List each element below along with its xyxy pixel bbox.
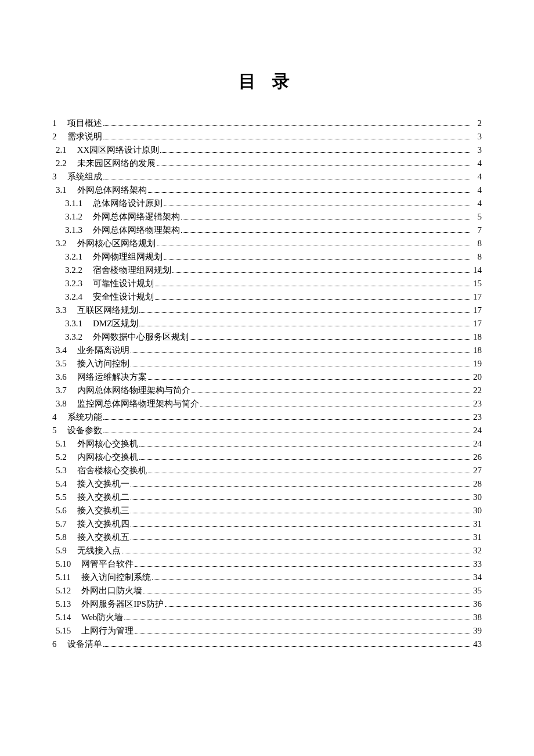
toc-leader-dots: [172, 272, 470, 273]
toc-leader-dots: [131, 499, 470, 500]
toc-leader-dots: [103, 433, 471, 433]
toc-entry: 3.2.2宿舍楼物理组网规划14: [52, 264, 482, 277]
toc-entry-number: 2.2: [56, 157, 67, 170]
toc-entry: 3.5接入访问控制19: [52, 357, 482, 370]
toc-entry-page: 26: [471, 451, 482, 463]
toc-leader-dots: [164, 259, 470, 260]
toc-entry-page: 43: [471, 638, 482, 650]
toc-entry-number: 5.10: [56, 558, 71, 570]
toc-leader-dots: [124, 620, 470, 620]
toc-entry-page: 31: [471, 531, 482, 543]
toc-entry-page: 4: [471, 171, 482, 183]
toc-entry-label: 可靠性设计规划: [93, 278, 154, 290]
toc-leader-dots: [181, 232, 470, 233]
toc-entry-page: 30: [471, 505, 482, 517]
toc-entry: 3系统组成4: [52, 170, 482, 183]
toc-entry-number: 5.4: [56, 478, 67, 490]
toc-entry-number: 5.15: [56, 625, 71, 637]
toc-leader-dots: [164, 206, 470, 206]
toc-entry-label: 接入交换机二: [77, 491, 129, 503]
toc-entry: 3.3互联区网络规划17: [52, 304, 482, 317]
toc-entry-label: 安全性设计规划: [93, 291, 154, 303]
toc-entry: 5.15上网行为管理39: [52, 624, 482, 638]
toc-entry-number: 3: [52, 171, 57, 183]
toc-entry-page: 19: [471, 358, 482, 370]
toc-entry-label: XX园区网络设计原则: [77, 144, 160, 156]
toc-leader-dots: [160, 152, 470, 153]
toc-entry-number: 5.6: [56, 505, 67, 517]
toc-entry: 3.2外网核心区网络规划8: [52, 237, 482, 250]
toc-entry-page: 17: [471, 304, 482, 316]
toc-leader-dots: [143, 593, 470, 593]
toc-leader-dots: [131, 486, 470, 487]
toc-entry-page: 8: [471, 237, 482, 250]
toc-leader-dots: [190, 339, 470, 340]
toc-entry-page: 4: [471, 184, 482, 196]
toc-entry-number: 3.8: [56, 398, 67, 410]
toc-entry-number: 5.9: [56, 545, 67, 557]
toc-leader-dots: [131, 352, 470, 353]
toc-entry-label: 设备清单: [67, 638, 102, 650]
toc-leader-dots: [165, 606, 470, 607]
toc-entry-page: 3: [471, 131, 482, 143]
toc-entry: 1项目概述2: [52, 117, 482, 130]
toc-entry: 5.2内网核心交换机26: [52, 451, 482, 464]
toc-entry-page: 4: [471, 197, 482, 210]
toc-entry-page: 14: [471, 264, 482, 276]
toc-entry-number: 3.1.1: [65, 197, 82, 210]
toc-entry-label: 外网总体网络物理架构: [93, 224, 180, 236]
toc-entry: 6设备清单43: [52, 638, 482, 651]
toc-entry-number: 5.8: [56, 531, 67, 543]
toc-entry-label: 监控网总体网络物理架构与简介: [77, 398, 199, 410]
toc-entry: 2需求说明3: [52, 130, 482, 143]
toc-entry-page: 23: [471, 411, 482, 423]
toc-entry-label: 系统功能: [67, 411, 102, 423]
toc-leader-dots: [103, 646, 471, 647]
toc-entry-page: 34: [471, 571, 482, 584]
toc-leader-dots: [200, 406, 470, 406]
toc-entry-page: 24: [471, 424, 482, 437]
toc-entry-label: 外网数据中心服务区规划: [93, 331, 189, 343]
toc-leader-dots: [181, 219, 470, 219]
toc-entry: 5.3宿舍楼核心交换机27: [52, 464, 482, 477]
toc-entry-page: 27: [471, 465, 482, 477]
toc-leader-dots: [152, 579, 470, 580]
toc-entry-label: 业务隔离说明: [77, 344, 129, 357]
toc-entry: 5.6接入交换机三30: [52, 504, 482, 517]
toc-entry-label: 宿舍楼物理组网规划: [93, 264, 171, 276]
toc-entry-label: 外网核心交换机: [77, 438, 138, 450]
toc-leader-dots: [155, 299, 470, 300]
toc-entry: 5.4接入交换机一28: [52, 477, 482, 491]
toc-entry-page: 38: [471, 611, 482, 624]
toc-leader-dots: [155, 286, 470, 286]
toc-entry-page: 4: [471, 157, 482, 170]
toc-entry-label: 内网总体网络物理架构与简介: [77, 384, 190, 397]
toc-entry-number: 3.1: [56, 184, 67, 196]
toc-entry: 5.14Web防火墙38: [52, 611, 482, 624]
toc-entry-page: 39: [471, 625, 482, 637]
toc-entry-number: 3.2.4: [65, 291, 82, 303]
toc-leader-dots: [139, 446, 470, 447]
toc-leader-dots: [103, 419, 471, 420]
toc-leader-dots: [148, 379, 470, 380]
toc-entry-label: 总体网络设计原则: [93, 197, 163, 210]
toc-entry-label: 外网出口防火墙: [81, 585, 142, 597]
toc-entry-label: 内网核心交换机: [77, 451, 138, 463]
toc-entry-label: 网管平台软件: [81, 558, 134, 570]
toc-entry-number: 3.7: [56, 384, 67, 397]
toc-leader-dots: [148, 192, 470, 193]
toc-leader-dots: [157, 165, 470, 166]
toc-entry-page: 32: [471, 545, 482, 557]
toc-entry-page: 18: [471, 344, 482, 357]
toc-entry-number: 3.4: [56, 344, 67, 357]
toc-entry-number: 1: [52, 117, 57, 129]
toc-entry-number: 4: [52, 411, 57, 423]
toc-entry-label: Web防火墙: [81, 611, 123, 624]
toc-entry-label: 外网物理组网规划: [93, 251, 163, 263]
toc-entry-label: 互联区网络规划: [77, 304, 138, 316]
toc-leader-dots: [122, 553, 470, 553]
toc-heading: 目 录: [52, 70, 482, 93]
toc-entry-label: 项目概述: [67, 117, 102, 129]
toc-entry-label: 接入交换机五: [77, 531, 129, 543]
toc-entry-number: 2: [52, 131, 57, 143]
